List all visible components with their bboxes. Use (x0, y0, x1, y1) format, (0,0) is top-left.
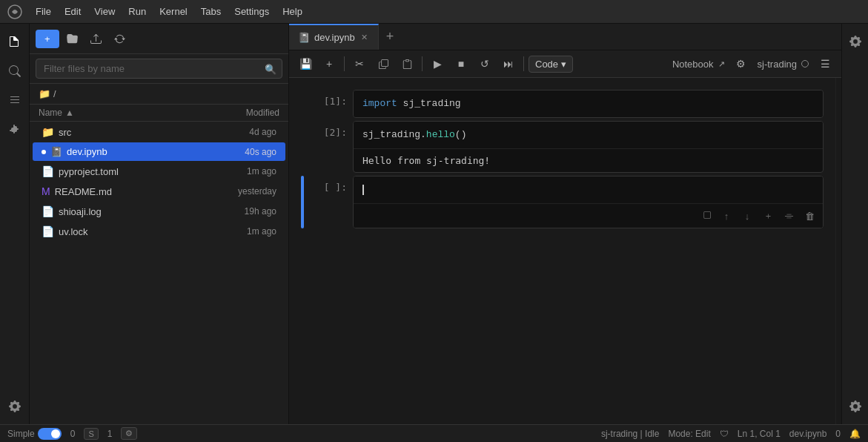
tab-dev-ipynb[interactable]: 📓 dev.ipynb ✕ (289, 24, 379, 50)
list-item[interactable]: 📁 src 4d ago (33, 122, 285, 142)
copy-cell-button[interactable] (373, 53, 394, 74)
paste-cell-button[interactable] (397, 53, 417, 74)
move-cell-up-button[interactable]: ↑ (718, 207, 735, 225)
list-item[interactable]: 📄 uv.lock 1m ago (33, 222, 285, 241)
sidebar-extensions-icon[interactable] (3, 119, 27, 142)
menu-settings[interactable]: Settings (228, 4, 275, 19)
right-settings-icon[interactable] (844, 30, 867, 53)
tab-notebook-icon: 📓 (298, 32, 310, 43)
kernel-info: sj-trading | Idle (601, 429, 660, 439)
search-input[interactable] (36, 59, 282, 79)
delete-cell-button[interactable]: 🗑 (801, 207, 818, 225)
new-file-button[interactable]: + + (36, 30, 59, 48)
copy-cell-output-button[interactable] (697, 207, 715, 225)
file-modified: 40s ago (245, 147, 276, 157)
file-name: pyproject.toml (59, 166, 119, 177)
restart-kernel-button[interactable]: ↺ (474, 53, 495, 74)
tab-bar: 📓 dev.ipynb ✕ + (289, 24, 841, 50)
move-cell-down-button[interactable]: ↓ (738, 207, 756, 225)
cell-content-2: sj_trading.hello() Hello from sj-trading… (353, 121, 824, 173)
upload-button[interactable] (86, 28, 107, 49)
list-item[interactable]: 📄 pyproject.toml 1m ago (33, 162, 285, 181)
filename-status: dev.ipynb (789, 429, 826, 439)
file-icon: 📄 (42, 225, 54, 237)
file-search: 🔍 (30, 54, 288, 84)
cursor (362, 185, 364, 195)
menu-view[interactable]: View (88, 4, 121, 19)
sidebar-gear-icon[interactable] (3, 395, 27, 418)
cell-input-1[interactable]: import sj_trading (354, 90, 823, 117)
cell-prompt-2: [2]: (310, 121, 347, 173)
run-cell-button[interactable]: ▶ (427, 53, 448, 74)
toolbar-divider-2 (422, 56, 423, 71)
sidebar-bottom (3, 395, 27, 424)
cells-area: [1]: import sj_trading [2]: sj_trading.h… (289, 78, 835, 424)
file-list-header: Name ▲ Modified (30, 105, 288, 122)
menu-file[interactable]: File (30, 4, 57, 19)
breadcrumb: 📁 / (30, 84, 288, 105)
file-icon: 📄 (42, 205, 54, 217)
add-cell-button[interactable]: + (319, 53, 339, 74)
md-icon: M (42, 185, 50, 197)
restart-run-all-button[interactable]: ⏭ (498, 53, 519, 74)
list-item[interactable]: 📄 shioaji.log 19h ago (33, 202, 285, 221)
cell-1: [1]: import sj_trading (301, 90, 824, 118)
cell-type-select[interactable]: Code ▾ (529, 56, 573, 73)
simple-label: Simple (7, 429, 35, 439)
edit-mode: Mode: Edit (668, 429, 710, 439)
notification-count: 0 (835, 429, 841, 439)
cell-indicator-3 (301, 176, 304, 228)
simple-toggle[interactable]: Simple (7, 428, 62, 440)
stop-button[interactable]: ■ (451, 53, 471, 74)
sort-name-button[interactable]: Name ▲ (39, 108, 74, 118)
list-item[interactable]: M README.md yesterday (33, 182, 285, 201)
tab-close-button[interactable]: ✕ (360, 31, 369, 44)
toggle-track[interactable] (38, 428, 62, 440)
external-link-icon: ↗ (718, 59, 725, 69)
menu-kernel[interactable]: Kernel (153, 4, 193, 19)
kernel-status-indicator (801, 60, 809, 67)
merge-cells-button[interactable] (780, 207, 798, 225)
notebook-toolbar-right: Notebook ↗ ⚙ sj-trading ☰ (672, 53, 835, 74)
menu-tabs[interactable]: Tabs (195, 4, 227, 19)
list-item[interactable]: 📓 dev.ipynb 40s ago (33, 142, 285, 161)
file-name: README.md (55, 186, 112, 197)
cell-content-3: ↑ ↓ 🗑 (353, 176, 824, 228)
bell-icon: 🔔 (849, 429, 861, 439)
shield-icon: 🛡 (720, 429, 729, 439)
menubar: File Edit View Run Kernel Tabs Settings … (0, 0, 868, 24)
status-count-0: 0 (70, 429, 76, 439)
file-name: shioaji.log (59, 206, 102, 217)
kernel-menu-button[interactable]: ☰ (815, 53, 835, 74)
status-count-1: 1 (107, 429, 113, 439)
save-button[interactable]: 💾 (295, 53, 316, 74)
notebook-toolbar: 💾 + ✂ ▶ ■ ↺ ⏭ Code ▾ (289, 50, 841, 78)
menu-run[interactable]: Run (122, 4, 152, 19)
breadcrumb-path: / (53, 88, 56, 99)
cell-2: [2]: sj_trading.hello() Hello from sj-tr… (301, 121, 824, 173)
notebook-icon: 📓 (50, 146, 62, 157)
notebook-label: Notebook ↗ (672, 59, 725, 70)
menu-edit[interactable]: Edit (59, 4, 87, 19)
new-folder-button[interactable] (62, 28, 83, 49)
sidebar-files-icon[interactable] (3, 30, 27, 53)
sidebar-list-icon[interactable] (3, 89, 27, 113)
cell-indicator-2 (301, 121, 304, 173)
cell-prompt-3: [ ]: (310, 176, 347, 228)
file-modified: 1m ago (247, 226, 276, 237)
new-tab-button[interactable]: + (379, 24, 402, 50)
add-cell-below-button[interactable] (759, 207, 777, 225)
file-modified: 19h ago (245, 206, 276, 217)
file-panel-toolbar: + + (30, 24, 288, 54)
cell-output-2: Hello from sj-trading! (354, 148, 823, 172)
notebook-scrollbar[interactable] (835, 78, 841, 424)
cut-cell-button[interactable]: ✂ (349, 53, 370, 74)
refresh-button[interactable] (110, 28, 130, 49)
cell-input-2[interactable]: sj_trading.hello() (354, 122, 823, 148)
notebook-settings-button[interactable]: ⚙ (731, 53, 752, 74)
menu-help[interactable]: Help (276, 4, 308, 19)
status-bar: Simple 0 S 1 ⚙ sj-trading | Idle Mode: E… (0, 424, 868, 442)
sidebar-search-icon[interactable] (3, 59, 27, 83)
right-bottom-gear-icon[interactable] (844, 395, 867, 418)
cell-input-3[interactable] (354, 177, 823, 203)
